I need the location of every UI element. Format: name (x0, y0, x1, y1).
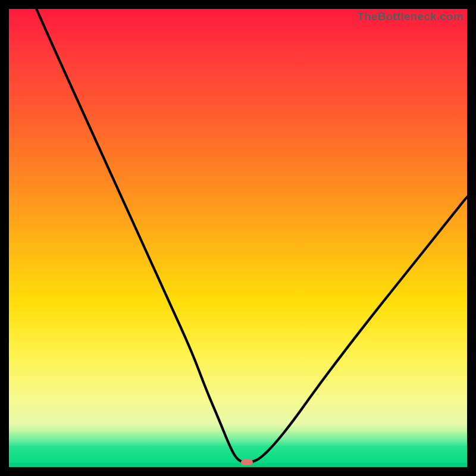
chart-stage: TheBottleneck.com (0, 0, 476, 476)
plot-area: TheBottleneck.com (9, 9, 467, 467)
bottleneck-curve (9, 9, 467, 467)
curve-path (36, 9, 467, 462)
baseline-green-band (9, 463, 467, 467)
watermark-text: TheBottleneck.com (357, 10, 464, 23)
